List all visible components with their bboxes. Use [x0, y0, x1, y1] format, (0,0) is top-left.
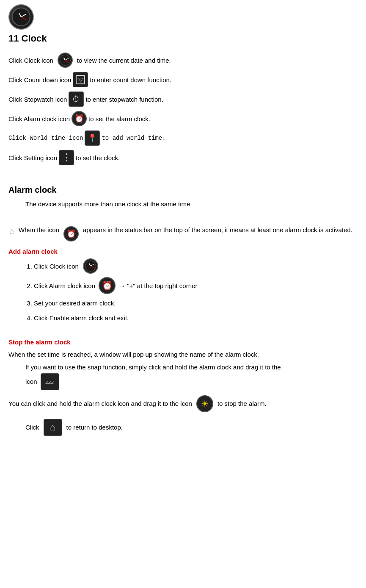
step-3-label: Set your desired alarm clock.	[34, 300, 116, 307]
step-1-label: Click Clock icon	[34, 261, 79, 272]
step-3: Set your desired alarm clock.	[34, 297, 358, 309]
step-1: Click Clock icon	[34, 258, 358, 274]
click-countdown-desc: to enter count down function.	[90, 76, 171, 83]
stop-text-2: If you want to use the snap function, si…	[25, 363, 281, 371]
instruction-settings: Click Setting icon to set the clock.	[8, 150, 358, 165]
click-alarm-label: Click Alarm clock icon	[8, 115, 70, 122]
instruction-world: Click World time icon to add world time.	[8, 130, 358, 146]
drag-text-2: to stop the alarm.	[217, 400, 267, 407]
stop-alarm-title: Stop the alarm clock	[8, 338, 358, 346]
countdown-icon	[71, 72, 90, 87]
stop-text-1: When the set time is reached, a window w…	[8, 349, 358, 360]
star-icon: ☆	[8, 227, 15, 236]
alarm-icon	[70, 111, 88, 126]
section-title: 11 Clock	[8, 33, 358, 44]
step-2-alarm-icon	[97, 277, 117, 294]
alarm-status-info: ☆ When the icon appears in the status ba…	[8, 226, 358, 241]
instruction-clock: Click Clock icon to view the current dat…	[8, 53, 358, 68]
alarm-clock-title: Alarm clock	[8, 185, 358, 195]
click-countdown-label: Click Count down icon	[8, 76, 71, 83]
when-icon-text-before: When the icon	[19, 226, 59, 233]
click-settings-desc: to set the clock.	[76, 154, 120, 161]
settings-icon	[57, 150, 76, 165]
home-icon	[42, 419, 64, 436]
alarm-status-icon	[62, 226, 80, 241]
zzz-icon	[39, 373, 61, 390]
click-clock-label: Click Clock icon	[8, 57, 53, 64]
when-icon-text-after: appears in the status bar on the top of …	[83, 226, 352, 233]
clock-icon	[56, 53, 74, 68]
icon-label: icon	[25, 378, 37, 385]
step-4-label: Click Enable alarm clock and exit.	[34, 314, 129, 322]
step-2-arrow: → "+" at the top right corner	[119, 280, 197, 291]
alarm-support-text: The device supports more than one clock …	[25, 199, 358, 209]
step-2: Click Alarm clock icon → "+" at the top …	[34, 277, 358, 294]
click-settings-label: Click Setting icon	[8, 154, 57, 161]
click-world-desc: to add world time.	[102, 135, 165, 141]
step-2-label: Click Alarm clock icon	[34, 280, 95, 291]
world-icon	[83, 130, 102, 146]
header-clock-icon	[8, 4, 358, 30]
return-text-after: to return to desktop.	[66, 424, 123, 431]
click-world-label: Click World time icon	[8, 135, 83, 141]
drag-text: You can click and hold the alarm clock i…	[8, 400, 192, 407]
return-text-before: Click	[25, 424, 39, 431]
add-alarm-steps: Click Clock icon Click Alarm clock icon …	[34, 258, 358, 324]
instruction-countdown: Click Count down icon to enter count dow…	[8, 72, 358, 87]
click-stopwatch-desc: to enter stopwatch function.	[85, 96, 163, 103]
click-clock-desc: to view the current date and time.	[77, 57, 171, 64]
step-1-clock-icon	[81, 258, 100, 274]
instruction-stopwatch: Click Stopwatch icon to enter stopwatch …	[8, 92, 358, 107]
snap-icon-row: icon	[25, 373, 341, 390]
step-4: Click Enable alarm clock and exit.	[34, 312, 358, 324]
click-stopwatch-label: Click Stopwatch icon	[8, 96, 67, 103]
sun-icon	[195, 395, 215, 412]
click-alarm-desc: to set the alarm clock.	[88, 115, 150, 122]
return-to-desktop-row: Click to return to desktop.	[25, 419, 358, 436]
instruction-alarm: Click Alarm clock icon to set the alarm …	[8, 111, 358, 126]
stop-snap-row: If you want to use the snap function, si…	[25, 363, 341, 371]
add-alarm-title: Add alarm clock	[8, 248, 358, 255]
stopwatch-icon	[67, 92, 85, 107]
drag-to-stop-row: You can click and hold the alarm clock i…	[8, 395, 358, 412]
